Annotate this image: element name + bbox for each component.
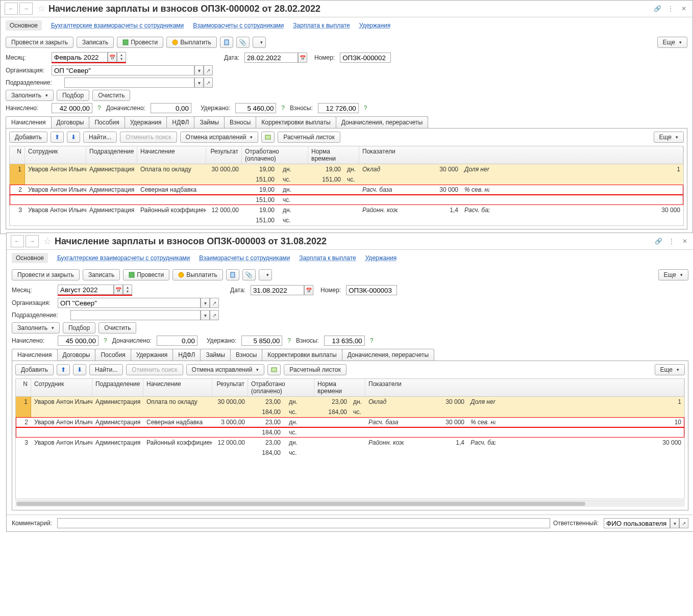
create-based-on-button[interactable] [259, 269, 272, 280]
table-more-button[interactable]: Еще [655, 364, 685, 375]
org-dropdown-icon[interactable]: ▾ [194, 65, 204, 75]
find-button[interactable]: Найти... [89, 364, 123, 375]
kebab-menu-icon[interactable]: ⋮ [667, 238, 676, 245]
month-spinner[interactable]: ▴▾ [117, 52, 126, 62]
kebab-menu-icon[interactable]: ⋮ [666, 5, 675, 12]
table-row[interactable]: 184,00 чс. 184,00 чс. [16, 407, 684, 417]
move-down-button[interactable]: ⬇ [73, 364, 86, 375]
th-norm[interactable]: Норма времени [308, 146, 359, 164]
pay-button[interactable]: Выплатить [172, 269, 223, 280]
comment-input[interactable] [57, 518, 550, 528]
attach-button[interactable]: 📎 [236, 37, 250, 48]
cancel-corrections-button[interactable]: Отмена исправлений [180, 132, 259, 143]
calendar-icon[interactable]: 📅 [114, 285, 123, 295]
link-icon[interactable]: 🔗 [653, 5, 662, 12]
tab-ndfl[interactable]: НДФЛ [166, 116, 194, 128]
table-row[interactable]: 1 Уваров Антон Ильич Администрация Оплат… [10, 164, 683, 174]
th-employee[interactable]: Сотрудник [25, 146, 86, 164]
tab-contracts[interactable]: Договоры [51, 116, 90, 128]
add-row-button[interactable]: Добавить [15, 364, 54, 375]
table-row[interactable]: 151,00 чс. [10, 215, 683, 225]
tab-recalc[interactable]: Доначисления, перерасчеты [342, 349, 434, 361]
th-accrual[interactable]: Начисление [137, 146, 206, 164]
report-button[interactable] [226, 269, 239, 280]
dept-input[interactable] [64, 78, 194, 88]
pick-button[interactable]: Подбор [63, 322, 95, 333]
th-worked[interactable]: Отработано (оплачено) [248, 379, 314, 396]
tab-contracts[interactable]: Договоры [57, 349, 96, 361]
tab-contrib[interactable]: Взносы [230, 349, 262, 361]
nav-accounting-settlements[interactable]: Бухгалтерские взаиморасчеты с сотрудника… [57, 254, 190, 262]
fill-button[interactable]: Заполнить [6, 90, 54, 101]
table-row[interactable]: 184,00 чс. [16, 427, 684, 438]
save-button[interactable]: Записать [83, 269, 120, 280]
accrued-help-icon[interactable]: ? [104, 337, 107, 344]
more-button[interactable]: Еще [657, 37, 687, 48]
dept-dropdown-icon[interactable]: ▾ [194, 78, 204, 88]
move-up-button[interactable]: ⬆ [57, 364, 70, 375]
move-up-button[interactable]: ⬆ [51, 132, 64, 143]
nav-back-button[interactable]: ← [5, 3, 18, 15]
accrued-help-icon[interactable]: ? [97, 105, 101, 112]
show-details-button[interactable] [261, 132, 275, 143]
post-button[interactable]: Провести [123, 269, 169, 280]
tab-benefits[interactable]: Пособия [89, 116, 125, 128]
month-input[interactable] [52, 52, 108, 62]
th-employee[interactable]: Сотрудник [31, 379, 92, 396]
th-n[interactable]: N [10, 146, 25, 164]
number-input[interactable] [340, 53, 391, 63]
nav-accounting-settlements[interactable]: Бухгалтерские взаиморасчеты с сотрудника… [51, 22, 184, 29]
nav-settlements[interactable]: Взаиморасчеты с сотрудниками [193, 22, 284, 29]
payslip-button[interactable]: Расчетный листок [278, 132, 340, 143]
date-calendar-icon[interactable]: 📅 [298, 53, 307, 63]
deducted-help-icon[interactable]: ? [287, 337, 291, 344]
nav-main[interactable]: Основное [6, 20, 42, 31]
post-and-close-button[interactable]: Провести и закрыть [12, 269, 80, 280]
table-row[interactable]: 1 Уваров Антон Ильич Администрация Оплат… [16, 397, 684, 407]
nav-forward-button[interactable]: → [26, 235, 39, 247]
contrib-help-icon[interactable]: ? [364, 105, 367, 112]
th-indicators[interactable]: Показатели [359, 146, 683, 164]
move-down-button[interactable]: ⬇ [67, 132, 80, 143]
th-result[interactable]: Результат [206, 146, 242, 164]
show-details-button[interactable] [267, 364, 281, 375]
date-input[interactable] [251, 285, 304, 295]
date-calendar-icon[interactable]: 📅 [304, 285, 313, 295]
responsible-input[interactable] [604, 518, 670, 528]
more-button[interactable]: Еще [658, 269, 688, 280]
tab-recalc[interactable]: Доначисления, перерасчеты [336, 116, 428, 128]
th-worked[interactable]: Отработано (оплачено) [242, 146, 308, 164]
org-dropdown-icon[interactable]: ▾ [201, 298, 210, 308]
table-row[interactable]: 2 Уваров Антон Ильич Администрация Север… [10, 185, 683, 195]
tab-accruals[interactable]: Начисления [6, 116, 52, 128]
th-norm[interactable]: Норма времени [314, 379, 365, 396]
find-button[interactable]: Найти... [83, 132, 117, 143]
nav-main[interactable]: Основное [12, 253, 48, 263]
report-button[interactable] [220, 37, 233, 48]
tab-ndfl[interactable]: НДФЛ [172, 349, 201, 361]
org-open-icon[interactable]: ↗ [204, 65, 213, 75]
deducted-help-icon[interactable]: ? [281, 105, 285, 112]
th-n[interactable]: N [16, 379, 31, 396]
add-row-button[interactable]: Добавить [9, 132, 47, 143]
tab-corrections[interactable]: Корректировки выплаты [256, 116, 336, 128]
create-based-on-button[interactable] [253, 37, 266, 48]
dept-input[interactable] [70, 310, 201, 320]
th-accrual[interactable]: Начисление [143, 379, 212, 396]
table-row[interactable]: 3 Уваров Антон Ильич Администрация Район… [10, 205, 683, 215]
fill-button[interactable]: Заполнить [12, 322, 60, 333]
close-icon[interactable]: ✕ [680, 238, 689, 245]
tab-corrections[interactable]: Корректировки выплаты [262, 349, 342, 361]
table-row[interactable]: 151,00 чс. 151,00 чс. [10, 174, 683, 185]
horizontal-scrollbar[interactable] [15, 500, 685, 507]
favorite-star-icon[interactable]: ☆ [37, 3, 45, 14]
tab-benefits[interactable]: Пособия [95, 349, 131, 361]
nav-back-button[interactable]: ← [11, 235, 24, 247]
table-row[interactable]: 2 Уваров Антон Ильич Администрация Север… [16, 417, 684, 427]
close-icon[interactable]: ✕ [679, 5, 688, 12]
org-input[interactable] [52, 65, 194, 75]
clear-button[interactable]: Очистить [92, 90, 130, 101]
th-department[interactable]: Подразделение [86, 146, 137, 164]
link-icon[interactable]: 🔗 [654, 238, 663, 245]
favorite-star-icon[interactable]: ☆ [43, 236, 52, 247]
